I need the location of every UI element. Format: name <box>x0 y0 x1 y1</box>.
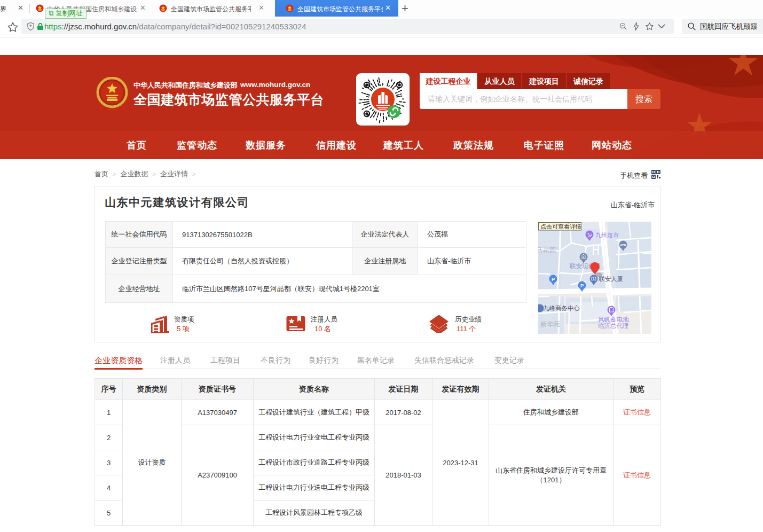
svg-text:九峰商务中心: 九峰商务中心 <box>543 305 580 311</box>
svg-text:风帆蓄电池: 风帆蓄电池 <box>598 316 629 323</box>
svg-text:P: P <box>580 283 584 288</box>
svg-text:己花园: 己花园 <box>538 247 556 254</box>
svg-text:九州超市: 九州超市 <box>595 232 619 238</box>
svg-text:联安大厦: 联安大厦 <box>599 276 623 282</box>
svg-text:临沂总代理: 临沂总代理 <box>598 323 629 329</box>
svg-text:新华苑: 新华苑 <box>540 320 561 328</box>
svg-text:P: P <box>552 276 555 282</box>
svg-text:点击可查看详情: 点击可查看详情 <box>540 223 581 230</box>
svg-text:ATM: ATM <box>620 244 626 247</box>
